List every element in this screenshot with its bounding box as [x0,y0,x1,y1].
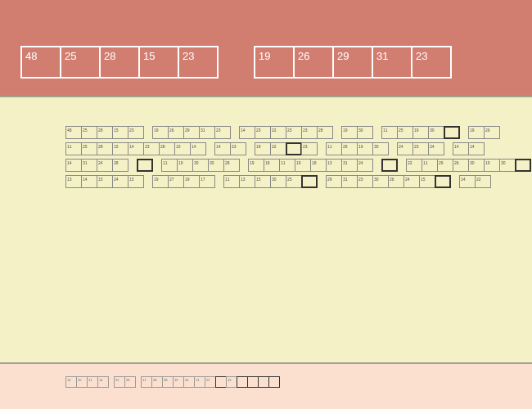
number-cell[interactable]: 13 [326,159,342,172]
number-cell[interactable]: 18 [310,159,327,172]
number-cell[interactable]: 29 [332,46,373,79]
blank-cell[interactable] [286,142,302,155]
number-cell[interactable]: 19 [255,142,271,155]
number-cell[interactable]: 30 [468,159,485,172]
number-cell[interactable]: 18 [264,159,280,172]
number-cell[interactable]: 14 [468,142,485,155]
puzzle-word[interactable]: 142322232328 [239,126,333,139]
number-cell[interactable]: 22 [270,126,286,139]
number-cell[interactable]: 23 [128,126,144,139]
number-cell[interactable]: 11 [279,159,295,172]
number-cell[interactable]: 19 [341,126,358,139]
number-cell[interactable]: 11 [381,126,398,139]
number-cell[interactable]: 28 [159,142,175,155]
puzzle-word[interactable]: 22112926301930 [406,159,531,172]
puzzle-word[interactable]: 1423 [214,142,246,155]
number-cell[interactable]: 15 [112,142,128,155]
number-cell[interactable]: 25 [81,142,97,155]
number-cell[interactable]: 30 [499,159,516,172]
number-cell[interactable]: 15 [419,175,435,188]
blank-cell[interactable] [435,175,451,188]
number-cell[interactable]: 14 [97,376,109,388]
number-cell[interactable]: 23 [286,126,302,139]
number-cell[interactable]: 26 [453,159,469,172]
number-cell[interactable]: 11 [65,142,82,155]
number-cell[interactable]: 30 [208,159,224,172]
number-cell[interactable]: 24 [183,376,195,388]
number-cell[interactable]: 26 [293,46,334,79]
number-cell[interactable]: 23 [255,126,271,139]
number-cell[interactable]: 24 [404,175,420,188]
number-cell[interactable]: 15 [174,142,191,155]
puzzle-word[interactable]: 242324 [397,142,444,155]
number-cell[interactable]: 30 [372,175,389,188]
number-cell[interactable]: 19 [152,126,169,139]
number-cell[interactable]: 23 [230,142,246,155]
number-cell[interactable]: 15 [97,175,113,188]
number-cell[interactable]: 15 [128,175,144,188]
number-cell[interactable]: 29 [437,159,453,172]
number-cell[interactable]: 28 [223,159,240,172]
puzzle-word[interactable]: 11251930 [381,126,460,139]
number-cell[interactable]: 29 [183,126,200,139]
number-cell[interactable]: 22 [406,159,422,172]
puzzle-word[interactable]: 11291930 [326,142,389,155]
number-cell[interactable]: 14 [81,175,97,188]
number-cell[interactable]: 22 [270,142,286,155]
number-cell[interactable]: 29 [326,175,342,188]
blank-cell[interactable] [268,376,280,388]
number-cell[interactable]: 30 [192,159,209,172]
number-cell[interactable]: 28 [99,46,140,79]
puzzle-word[interactable]: 1414 [453,142,485,155]
number-cell[interactable]: 31 [341,175,358,188]
number-cell[interactable]: 11 [161,159,178,172]
number-cell[interactable]: 30 [372,142,389,155]
number-cell[interactable]: 15 [76,376,88,388]
number-cell[interactable]: 19 [254,46,295,79]
number-cell[interactable]: 19 [183,175,200,188]
number-cell[interactable]: 23 [143,142,160,155]
number-cell[interactable]: 23 [301,142,318,155]
answer-word[interactable]: 1128281924112219 [141,376,280,388]
number-cell[interactable]: 19 [248,159,264,172]
number-cell[interactable]: 19 [177,159,193,172]
blank-cell[interactable] [515,159,531,172]
number-cell[interactable]: 15 [255,175,271,188]
blank-cell[interactable] [444,126,460,139]
number-cell[interactable]: 24 [428,142,444,155]
number-cell[interactable]: 28 [97,126,113,139]
number-cell[interactable]: 19 [226,376,237,388]
puzzle-word[interactable]: 1113153025 [223,175,318,188]
puzzle-word[interactable]: 4825281523 [65,126,144,139]
number-cell[interactable]: 22 [114,376,125,388]
puzzle-word[interactable]: 112528151423281514 [65,142,206,155]
puzzle-word[interactable] [137,159,153,172]
number-cell[interactable]: 19 [484,159,500,172]
number-cell[interactable]: 29 [341,142,358,155]
number-cell[interactable]: 23 [214,126,231,139]
puzzle-word[interactable]: 1314152415 [65,175,144,188]
number-cell[interactable]: 14 [453,142,469,155]
number-cell[interactable]: 19 [173,376,184,388]
number-cell[interactable]: 23 [411,46,452,79]
number-cell[interactable]: 11 [326,142,342,155]
puzzle-word[interactable] [381,159,398,172]
number-cell[interactable]: 30 [428,126,444,139]
number-cell[interactable]: 11 [223,175,240,188]
number-cell[interactable]: 11 [194,376,205,388]
number-cell[interactable]: 28 [112,159,128,172]
puzzle-word[interactable]: 1926 [468,126,500,139]
number-cell[interactable]: 23 [357,175,373,188]
answer-word[interactable]: 14151114 [65,376,109,388]
number-cell[interactable]: 11 [87,376,98,388]
number-cell[interactable]: 48 [20,46,61,79]
number-cell[interactable]: 48 [65,126,82,139]
number-cell[interactable]: 25 [81,126,97,139]
number-cell[interactable]: 11 [422,159,438,172]
number-cell[interactable]: 26 [484,126,500,139]
number-cell[interactable]: 24 [397,142,413,155]
puzzle-word[interactable]: 19271917 [152,175,215,188]
number-cell[interactable]: 30 [270,175,286,188]
number-cell[interactable]: 25 [60,46,101,79]
number-cell[interactable]: 15 [112,126,128,139]
